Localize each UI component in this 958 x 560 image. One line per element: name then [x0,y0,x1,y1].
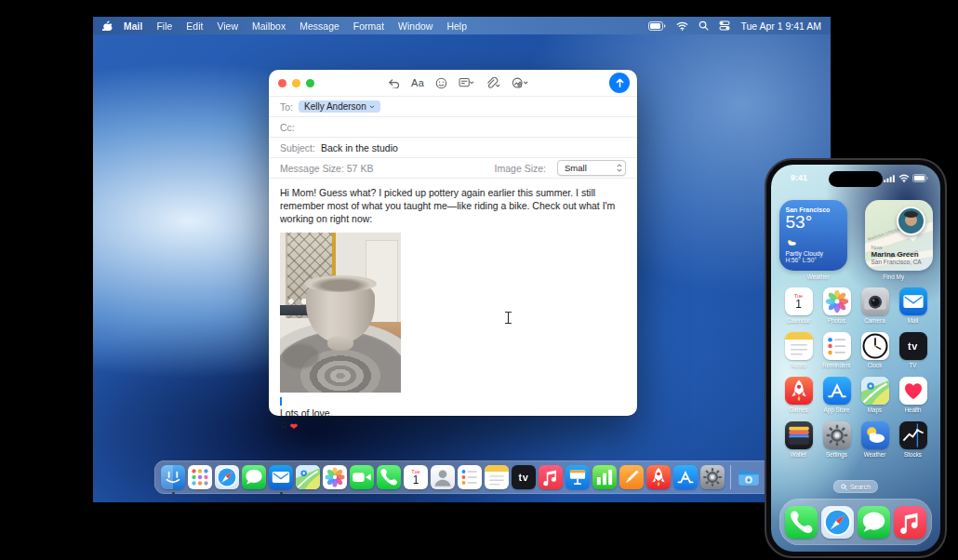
battery-icon[interactable] [648,21,666,31]
dock-app-messages[interactable] [242,465,266,489]
menu-bar-clock[interactable]: Tue Apr 1 9:41 AM [740,20,821,32]
dock-app-pages[interactable] [619,465,644,489]
dock-app-tv[interactable]: tv [512,465,536,489]
menu-window[interactable]: Window [398,20,432,32]
photos-icon [823,287,851,315]
iphone-dock-app-phone[interactable] [785,506,818,539]
iphone-app-weatherapp[interactable]: Weather [856,421,894,458]
menu-mail[interactable]: Mail [124,20,142,32]
dock-app-contacts[interactable] [431,465,455,489]
recipient-token[interactable]: Kelly Anderson [299,100,380,113]
format-button[interactable]: Aa [411,77,424,88]
weather-widget[interactable]: San Francisco 53° Partly Cloudy H:56° L:… [779,200,847,271]
message-body[interactable]: Hi Mom! Guess what? I picked up pottery … [269,179,637,433]
iphone-app-settings[interactable]: Settings [818,421,856,458]
iphone-app-photos[interactable]: Photos [818,287,856,324]
dock-app-calendar[interactable]: Tue1 [404,465,428,489]
minimize-window-button[interactable] [292,79,300,87]
text-insertion-caret [280,397,282,406]
app-label: Mail [908,317,919,324]
iphone-app-stocks[interactable]: Stocks [894,421,932,458]
iphone-app-camera[interactable]: Camera [856,287,894,324]
menu-message[interactable]: Message [299,20,339,32]
menu-help[interactable]: Help [446,20,467,32]
control-center-icon[interactable] [719,20,730,31]
iphone-app-notes[interactable]: Notes [779,332,818,368]
attach-file-button[interactable] [485,77,500,89]
menu-mailbox[interactable]: Mailbox [252,20,286,32]
iphone-app-mail[interactable]: Mail [894,287,932,324]
memoji-location-pin [897,207,925,235]
image-size-select[interactable]: Small [557,160,626,176]
header-fields-button[interactable] [459,77,473,88]
app-label: Notes [791,362,805,368]
dock-app-mail[interactable] [269,465,293,489]
cc-field[interactable]: Cc: [269,117,637,138]
menu-format[interactable]: Format [353,20,384,32]
dock-app-keynote[interactable] [565,465,590,489]
dock-app-numbers[interactable] [592,465,617,489]
body-closing: Lots of love, [280,407,333,419]
dock-app-safari[interactable] [215,465,239,489]
menu-file[interactable]: File [156,20,172,32]
spotlight-search-icon[interactable] [699,20,709,31]
numbers-icon [592,465,617,489]
dock-app-photos[interactable] [323,465,347,489]
dock-app-settings[interactable] [700,465,725,489]
dock-app-facetime[interactable] [350,465,374,489]
close-window-button[interactable] [278,79,286,87]
iphone-dock-app-messages[interactable] [858,506,890,539]
insert-photo-button[interactable] [512,77,528,89]
iphone-app-games[interactable]: Games [779,377,818,413]
dock-app-phone[interactable] [377,465,401,489]
mac-desktop-wallpaper: MailFileEditViewMailboxMessageFormatWind… [93,17,831,502]
search-label: Search [850,484,871,490]
image-size-label: Image Size: [495,163,546,174]
iphone-dock-app-music[interactable] [894,506,926,539]
dock-app-reminders[interactable] [458,465,482,489]
reminders-icon [458,465,482,489]
send-button[interactable] [609,73,630,93]
to-field[interactable]: To: Kelly Anderson [269,97,637,117]
iphone-app-calendar[interactable]: Tue1Calendar [779,287,818,324]
weather-condition: Partly Cloudy [786,250,841,257]
pottery-photo-attachment[interactable] [280,233,401,393]
menu-bar: MailFileEditViewMailboxMessageFormatWind… [93,17,831,34]
dock-app-finder[interactable] [161,465,185,489]
cellular-signal-icon [884,175,896,182]
zoom-window-button[interactable] [306,79,314,87]
dock-app-music[interactable] [539,465,563,489]
dock-app-games[interactable] [646,465,671,489]
emoji-picker-button[interactable] [435,77,447,89]
app-label: Games [789,407,807,413]
cc-label: Cc: [280,122,295,133]
iphone-app-maps[interactable]: Maps [856,377,894,413]
menu-edit[interactable]: Edit [186,20,203,32]
dock-app-maps[interactable] [296,465,320,489]
iphone-dock-app-safari[interactable] [821,506,854,539]
iphone-status-bar: 9:41 [771,171,940,186]
iphone-app-reminders[interactable]: Reminders [818,332,856,368]
iphone-app-wallet[interactable]: Wallet [779,421,818,458]
running-indicator-dot [172,492,175,495]
findmy-widget-label: Find My [883,273,904,280]
dock-app-launchpad[interactable] [188,465,212,489]
finder-icon [161,465,185,489]
home-search-pill[interactable]: Search [833,480,878,493]
menu-view[interactable]: View [217,20,238,32]
iphone-home-screen: 9:41 San Francisco 53° Partly Cloudy H:5… [771,165,940,552]
dock-app-appstore[interactable] [673,465,698,489]
dock-app-downloads[interactable] [737,465,761,489]
iphone-app-health[interactable]: Health [894,377,932,413]
wifi-icon[interactable] [676,21,688,31]
iphone-app-appstore[interactable]: App Store [818,377,856,413]
find-my-widget[interactable]: MARINA GREEN DR MARINA BLVD Now Marina G… [865,200,933,271]
undo-button[interactable] [388,78,400,88]
subject-field[interactable]: Subject: Back in the studio [269,138,637,158]
iphone-app-tv[interactable]: tvTV [894,332,932,368]
camera-icon [861,287,889,315]
downloads-icon [737,465,761,489]
dock-app-notes[interactable] [485,465,509,489]
iphone-app-clock[interactable]: Clock [856,332,894,368]
apple-menu-icon[interactable] [102,20,113,33]
